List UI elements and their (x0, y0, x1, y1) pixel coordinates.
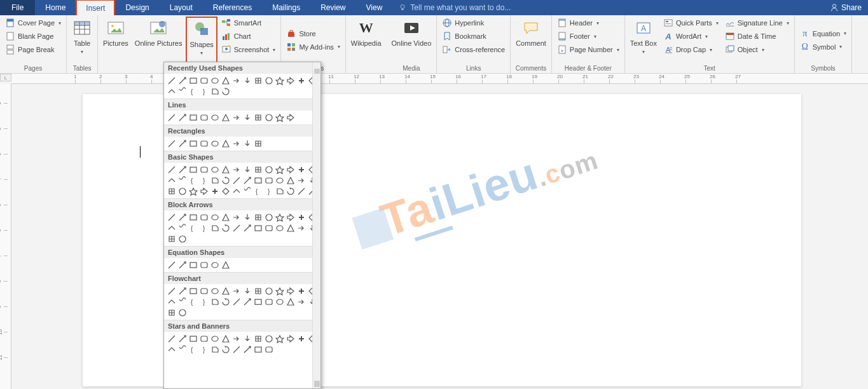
shape-item[interactable] (242, 175, 252, 186)
table-button[interactable]: Table▾ (69, 17, 95, 64)
tab-references[interactable]: References (203, 0, 262, 15)
my-addins-button[interactable]: My Add-ins▾ (284, 41, 342, 53)
shape-item[interactable] (231, 286, 242, 296)
shape-item[interactable] (221, 186, 231, 196)
shape-item[interactable] (242, 113, 252, 123)
shape-item[interactable] (275, 113, 285, 123)
shape-item[interactable] (167, 234, 177, 244)
smartart-button[interactable]: SmartArt (219, 17, 279, 29)
shape-item[interactable] (264, 165, 274, 175)
shape-item[interactable] (264, 175, 274, 186)
wordart-button[interactable]: AWordArt▾ (661, 30, 721, 43)
shape-item[interactable] (188, 139, 198, 149)
shape-item[interactable] (275, 76, 285, 86)
shape-item[interactable] (264, 113, 274, 123)
shape-item[interactable]: { (188, 345, 198, 355)
shape-item[interactable] (210, 175, 220, 186)
shape-item[interactable] (210, 139, 220, 149)
shape-item[interactable] (188, 286, 198, 296)
shape-item[interactable] (242, 165, 252, 175)
shape-item[interactable] (242, 345, 252, 355)
shape-item[interactable] (167, 297, 177, 307)
shape-item[interactable] (177, 86, 188, 97)
shape-item[interactable] (167, 308, 177, 318)
shape-item[interactable] (253, 334, 263, 344)
shape-item[interactable] (296, 334, 307, 344)
shape-item[interactable] (177, 212, 188, 222)
shape-item[interactable] (210, 76, 220, 86)
tab-file[interactable]: File (0, 0, 35, 15)
shape-item[interactable] (275, 286, 285, 296)
shape-item[interactable] (210, 186, 220, 196)
shape-item[interactable] (253, 297, 263, 307)
shape-item[interactable] (231, 165, 242, 175)
shape-item[interactable] (177, 234, 188, 244)
shape-item[interactable] (167, 212, 177, 222)
hyperlink-button[interactable]: Hyperlink (439, 17, 507, 29)
shape-item[interactable]: } (199, 223, 209, 233)
shape-item[interactable]: } (199, 86, 209, 97)
shape-item[interactable] (286, 113, 296, 123)
shape-item[interactable] (199, 334, 209, 344)
shape-item[interactable] (188, 76, 198, 86)
shape-item[interactable] (167, 175, 177, 186)
crossref-button[interactable]: Cross-reference (439, 43, 507, 56)
shape-item[interactable] (221, 175, 231, 186)
pictures-button[interactable]: Pictures (100, 17, 131, 64)
shape-item[interactable] (231, 76, 242, 86)
shape-item[interactable] (188, 165, 198, 175)
shape-item[interactable] (188, 113, 198, 123)
shape-item[interactable] (167, 76, 177, 86)
shape-item[interactable] (167, 113, 177, 123)
shape-item[interactable] (221, 139, 231, 149)
shape-item[interactable] (242, 76, 252, 86)
shape-item[interactable] (210, 334, 220, 344)
header-button[interactable]: Header▾ (555, 17, 622, 29)
shape-item[interactable] (242, 286, 252, 296)
shape-item[interactable] (210, 260, 220, 270)
shape-item[interactable] (221, 334, 231, 344)
shape-item[interactable] (296, 76, 307, 86)
shape-item[interactable] (221, 86, 231, 97)
shape-item[interactable] (275, 165, 285, 175)
shape-item[interactable] (177, 186, 188, 196)
share-button[interactable]: Share (830, 3, 862, 12)
shape-item[interactable] (199, 286, 209, 296)
tab-insert[interactable]: Insert (76, 0, 115, 15)
shape-item[interactable]: { (188, 223, 198, 233)
tab-design[interactable]: Design (115, 0, 159, 15)
online-pictures-button[interactable]: Online Pictures (132, 17, 185, 64)
screenshot-button[interactable]: Screenshot▾ (219, 43, 279, 56)
shape-item[interactable] (167, 334, 177, 344)
shape-item[interactable] (253, 175, 263, 186)
shape-item[interactable] (264, 212, 274, 222)
shape-item[interactable] (177, 165, 188, 175)
shape-item[interactable] (286, 223, 296, 233)
shape-item[interactable]: } (199, 175, 209, 186)
shape-item[interactable]: { (188, 297, 198, 307)
shape-item[interactable] (167, 223, 177, 233)
tell-me-search[interactable]: Tell me what you want to do... (399, 3, 511, 12)
quickparts-button[interactable]: Quick Parts▾ (661, 17, 721, 29)
comment-button[interactable]: Comment (513, 17, 549, 64)
shape-item[interactable] (188, 186, 198, 196)
shape-item[interactable] (167, 260, 177, 270)
shape-item[interactable] (167, 286, 177, 296)
shape-item[interactable] (177, 223, 188, 233)
datetime-button[interactable]: Date & Time (722, 30, 792, 43)
shape-item[interactable] (177, 76, 188, 86)
shape-item[interactable] (167, 139, 177, 149)
store-button[interactable]: Store (284, 27, 342, 40)
shape-item[interactable] (242, 334, 252, 344)
shape-item[interactable] (177, 334, 188, 344)
shape-item[interactable] (221, 212, 231, 222)
shape-item[interactable] (199, 212, 209, 222)
shape-item[interactable] (275, 334, 285, 344)
symbol-button[interactable]: ΩSymbol▾ (797, 41, 849, 53)
shape-item[interactable] (296, 286, 307, 296)
tab-home[interactable]: Home (35, 0, 76, 15)
shape-item[interactable] (231, 297, 242, 307)
shape-item[interactable] (253, 76, 263, 86)
shape-item[interactable] (296, 165, 307, 175)
tab-layout[interactable]: Layout (160, 0, 203, 15)
